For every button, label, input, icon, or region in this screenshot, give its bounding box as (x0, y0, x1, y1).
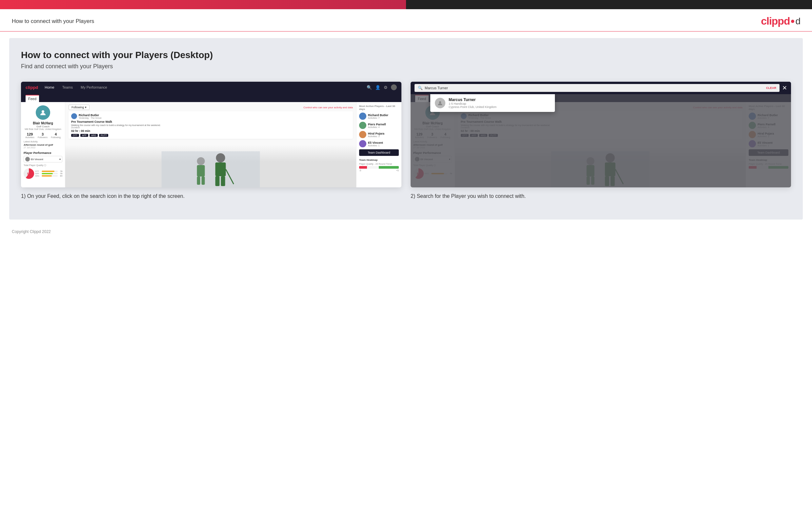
control-link-1[interactable]: Control who can see your activity and da… (303, 106, 353, 109)
search-bar-2: 🔍 Marcus Turner CLEAR ✕ (411, 82, 791, 94)
svg-rect-4 (197, 176, 200, 185)
settings-icon[interactable]: ⚙ (384, 85, 388, 90)
stat-followers: 3 Followers (38, 132, 48, 138)
tag-app: APP (80, 134, 88, 137)
svg-rect-8 (216, 176, 220, 186)
activity-card-1: Richard Butler Yesterday · The Grove Pre… (68, 111, 353, 139)
list-item-2: Piers Parnell Activities: 4 (359, 122, 399, 129)
svg-rect-3 (197, 165, 205, 176)
app-navbar-1: clippd Home Teams My Performance 🔍 👤 ⚙ (21, 82, 401, 93)
player-avatar-hiral (359, 131, 366, 138)
list-item-4: Eli Vincent Activities: 1 (359, 140, 399, 147)
profile-title-1: Golf Coach (23, 125, 62, 128)
app-body-1: Blair McHarg Golf Coach Mill Ride Golf C… (21, 102, 401, 187)
app-logo-1: clippd (26, 85, 38, 90)
app-middle-1: Following ▾ Control who can see your act… (65, 102, 356, 187)
following-button-1[interactable]: Following ▾ (68, 105, 90, 110)
screenshot-frame-1: clippd Home Teams My Performance 🔍 👤 ⚙ F… (21, 82, 401, 187)
dropdown-chevron-icon: ▾ (59, 158, 61, 161)
page-heading: How to connect with your Players (Deskto… (21, 50, 791, 60)
caption-2: 2) Search for the Player you wish to con… (411, 193, 791, 200)
total-quality-label: Total Player Quality ⓘ (23, 164, 62, 167)
heatmap-scale-1: -5+5 (359, 169, 399, 172)
nav-myperformance-1[interactable]: My Performance (79, 85, 108, 89)
profile-name-1: Blair McHarg (23, 121, 62, 125)
search-input-value-2: Marcus Turner (425, 86, 764, 90)
search-result-item-2[interactable]: Marcus Turner 1-5 Handicap Cypress Point… (435, 97, 550, 109)
list-item-1: Richard Butler Activities: 7 (359, 113, 399, 120)
close-icon-2[interactable]: ✕ (782, 84, 787, 92)
search-icon[interactable]: 🔍 (367, 85, 372, 90)
svg-rect-9 (221, 176, 225, 186)
team-dashboard-btn-1[interactable]: Team Dashboard (359, 149, 399, 156)
footer: Copyright Clippd 2022 (0, 226, 812, 240)
golfer-image-1 (65, 145, 356, 187)
svg-point-0 (42, 110, 44, 113)
page-subheading: Find and connect with your Players (21, 63, 791, 70)
svg-rect-5 (202, 176, 205, 185)
player-avatar-piers (359, 122, 366, 129)
profile-avatar-1 (36, 105, 50, 120)
profile-icon[interactable]: 👤 (375, 85, 380, 90)
heatmap-subtitle-1: Player Quality - 20 Round Trend (359, 163, 399, 165)
svg-point-2 (197, 157, 205, 165)
search-result-club-2: Cypress Point Club, United Kingdom (449, 105, 496, 109)
bar-row-arg: ARG 64 (35, 175, 62, 177)
main-content: How to connect with your Players (Deskto… (9, 38, 803, 219)
feed-tab-bar-1: Feed (21, 93, 401, 102)
search-magnifier-icon: 🔍 (418, 86, 423, 90)
search-input-container-2[interactable]: 🔍 Marcus Turner CLEAR (415, 84, 779, 92)
search-result-name-2: Marcus Turner (449, 97, 496, 102)
tag-putt: PUTT (99, 134, 108, 137)
player-dropdown-avatar (25, 157, 30, 162)
following-header-1: Following ▾ Control who can see your act… (65, 102, 356, 111)
player-dropdown-name: Eli Vincent (30, 158, 59, 161)
feed-tab-1[interactable]: Feed (26, 95, 39, 102)
stat-activities: 129 Activities (25, 132, 35, 138)
screenshots-row: clippd Home Teams My Performance 🔍 👤 ⚙ F… (21, 82, 791, 200)
screenshot-panel-2: clippd Home Teams My Performance 🔍 👤 ⚙ F… (411, 82, 791, 200)
svg-rect-7 (216, 162, 226, 176)
profile-club-1: Mill Ride Golf Club, United Kingdom (23, 128, 62, 130)
nav-home-1[interactable]: Home (43, 85, 55, 89)
tag-arg: ARG (90, 134, 98, 137)
search-result-info-2: Marcus Turner 1-5 Handicap Cypress Point… (449, 97, 496, 109)
svg-rect-1 (162, 151, 260, 187)
latest-activity-name: Afternoon round of golf (23, 143, 62, 146)
screenshot-panel-1: clippd Home Teams My Performance 🔍 👤 ⚙ F… (21, 82, 401, 200)
activity-avatar-1 (71, 113, 77, 119)
left-profile-1: Blair McHarg Golf Coach Mill Ride Golf C… (21, 102, 65, 187)
nav-icons-1: 🔍 👤 ⚙ (367, 84, 397, 90)
app-right-1: Most Active Players - Last 30 days Richa… (356, 102, 401, 187)
list-item-3: Hiral Pujara Activities: 3 (359, 131, 399, 138)
svg-point-6 (216, 153, 225, 162)
activity-person-1: Richard Butler Yesterday · The Grove (71, 113, 350, 119)
nav-teams-1[interactable]: Teams (61, 85, 74, 89)
activity-tags: OTT APP ARG PUTT (71, 134, 350, 137)
activity-duration-val: 02 hr : 00 min (71, 129, 350, 133)
copyright-text: Copyright Clippd 2022 (12, 229, 51, 234)
player-avatar-eli (359, 140, 366, 147)
activity-person-info: Richard Butler Yesterday · The Grove (79, 114, 102, 119)
bar-row-app: APP 70 (35, 173, 62, 175)
latest-activity-label: Latest Activity (23, 140, 62, 143)
activity-duration: Duration (71, 126, 350, 129)
avatar-icon[interactable] (391, 84, 397, 90)
top-bar (0, 0, 812, 9)
heatmap-bar-1 (359, 166, 399, 169)
player-dropdown-1[interactable]: Eli Vincent ▾ (23, 156, 62, 162)
logo-dot (791, 20, 794, 23)
latest-activity-date: 27 Jul 2022 (23, 146, 62, 149)
clear-button-2[interactable]: CLEAR (766, 86, 776, 90)
search-overlay-2: 🔍 Marcus Turner CLEAR ✕ (411, 82, 791, 187)
svg-point-22 (439, 101, 441, 103)
player-avatar-richard (359, 113, 366, 120)
quality-row-1: 84 OTT 79 APP (23, 168, 62, 179)
header-title: How to connect with your Players (12, 18, 94, 25)
logo: clippdd (761, 15, 800, 27)
active-players-title-1: Most Active Players - Last 30 days (359, 105, 399, 111)
player-perf-section-1: Player Performance Eli Vincent ▾ Total P… (23, 151, 62, 179)
tag-ott: OTT (71, 134, 79, 137)
team-heatmap-title-1: Team Heatmap (359, 159, 399, 162)
profile-stats-1: 129 Activities 3 Followers 4 Following (23, 132, 62, 138)
